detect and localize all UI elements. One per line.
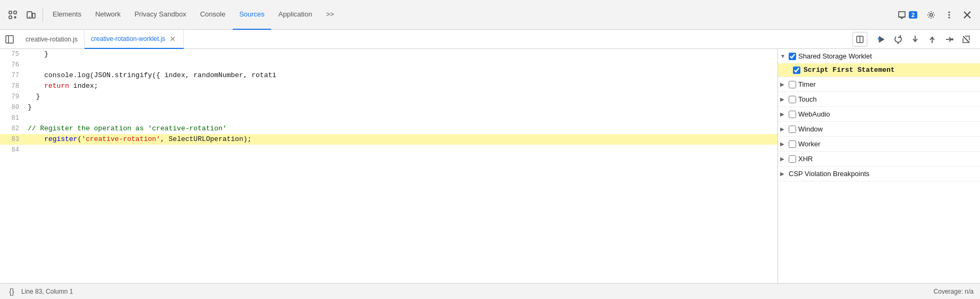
- worker-label: Worker: [798, 140, 821, 148]
- xhr-checkbox[interactable]: [789, 155, 796, 163]
- webaudio-expand-icon: ▶: [780, 111, 787, 117]
- tab-application[interactable]: Application: [272, 0, 319, 30]
- timer-checkbox[interactable]: [789, 81, 796, 88]
- csp-expand-icon: ▶: [780, 171, 787, 177]
- worker-checkbox[interactable]: [789, 140, 796, 148]
- touch-label: Touch: [798, 95, 817, 103]
- shared-storage-worklet-checkbox[interactable]: [789, 53, 796, 60]
- coverage-text: Coverage: n/a: [934, 288, 974, 295]
- timer-section: ▶ Timer: [778, 77, 980, 92]
- shared-storage-worklet-section: ▼ Shared Storage Worklet Script First St…: [778, 49, 980, 77]
- webaudio-header[interactable]: ▶ WebAudio: [778, 107, 980, 121]
- chat-badge-button[interactable]: 2: [893, 8, 922, 22]
- debug-toolbar: [869, 32, 978, 47]
- step-into-button[interactable]: [908, 32, 923, 47]
- code-line-80: 80 }: [0, 102, 778, 113]
- webaudio-label: WebAudio: [798, 110, 830, 118]
- svg-rect-2: [9, 16, 12, 19]
- script-first-statement-checkbox[interactable]: [793, 67, 800, 74]
- status-bar: {} Line 83, Column 1 Coverage: n/a: [0, 283, 980, 299]
- toolbar-separator: [43, 9, 43, 21]
- right-panel: ▼ Shared Storage Worklet Script First St…: [778, 49, 980, 283]
- svg-rect-1: [14, 11, 16, 14]
- code-line-77: 77 console.log(JSON.stringify({ index, r…: [0, 70, 778, 81]
- window-label: Window: [798, 125, 823, 133]
- shared-storage-worklet-header[interactable]: ▼ Shared Storage Worklet: [778, 49, 980, 63]
- code-line-76: 76: [0, 60, 778, 70]
- timer-label: Timer: [798, 80, 816, 88]
- xhr-header[interactable]: ▶ XHR: [778, 152, 980, 166]
- step-out-button[interactable]: [925, 32, 940, 47]
- touch-section: ▶ Touch: [778, 92, 980, 107]
- main-area: 75 } 76 77 console.log(JSON.stringify({ …: [0, 49, 980, 283]
- xhr-section: ▶ XHR: [778, 152, 980, 167]
- webaudio-checkbox[interactable]: [789, 111, 796, 118]
- xhr-label: XHR: [798, 155, 813, 163]
- tab-more[interactable]: >>: [319, 0, 340, 30]
- tab-network[interactable]: Network: [89, 0, 127, 30]
- more-options-icon[interactable]: [941, 6, 958, 23]
- svg-point-11: [949, 16, 950, 18]
- script-first-statement-item[interactable]: Script First Statement: [778, 63, 980, 77]
- svg-point-26: [951, 38, 953, 40]
- code-line-79: 79 }: [0, 92, 778, 102]
- step-over-button[interactable]: [891, 32, 906, 47]
- csp-section: ▶ CSP Violation Breakpoints: [778, 167, 980, 181]
- sidebar-toggle-icon[interactable]: [2, 32, 17, 47]
- expand-arrow-icon: ▼: [780, 53, 787, 59]
- format-icon[interactable]: {}: [6, 286, 17, 297]
- code-line-82: 82 // Register the operation as 'creativ…: [0, 123, 778, 134]
- code-line-81: 81: [0, 113, 778, 123]
- touch-header[interactable]: ▶ Touch: [778, 92, 980, 106]
- deactivate-breakpoints-button[interactable]: [959, 32, 974, 47]
- svg-rect-6: [32, 13, 35, 18]
- code-lines: 75 } 76 77 console.log(JSON.stringify({ …: [0, 49, 778, 155]
- code-line-78: 78 return index;: [0, 81, 778, 92]
- resume-button[interactable]: [874, 32, 889, 47]
- devtools-toolbar: Elements Network Privacy Sandbox Console…: [0, 0, 980, 30]
- svg-rect-0: [9, 11, 12, 14]
- line-col-text: Line 83, Column 1: [21, 288, 73, 295]
- shared-storage-worklet-label: Shared Storage Worklet: [798, 52, 872, 60]
- worker-expand-icon: ▶: [780, 141, 787, 147]
- code-line-84: 84: [0, 145, 778, 155]
- timer-header[interactable]: ▶ Timer: [778, 77, 980, 92]
- code-line-75: 75 }: [0, 49, 778, 60]
- status-left: {} Line 83, Column 1: [6, 286, 73, 297]
- worker-header[interactable]: ▶ Worker: [778, 137, 980, 151]
- svg-point-9: [949, 11, 950, 13]
- touch-expand-icon: ▶: [780, 96, 787, 102]
- tab-privacy-sandbox[interactable]: Privacy Sandbox: [128, 0, 193, 30]
- tab-elements[interactable]: Elements: [46, 0, 88, 30]
- webaudio-section: ▶ WebAudio: [778, 107, 980, 122]
- xhr-expand-icon: ▶: [780, 156, 787, 162]
- window-section: ▶ Window: [778, 122, 980, 137]
- csp-label: CSP Violation Breakpoints: [789, 170, 869, 178]
- device-toolbar-icon[interactable]: [22, 6, 39, 23]
- step-button[interactable]: [942, 32, 957, 47]
- split-pane-icon[interactable]: [852, 32, 867, 47]
- touch-checkbox[interactable]: [789, 96, 796, 103]
- settings-icon[interactable]: [923, 6, 940, 23]
- worker-section: ▶ Worker: [778, 137, 980, 152]
- close-tab-icon[interactable]: ✕: [168, 34, 177, 44]
- svg-rect-14: [6, 36, 13, 43]
- tab-console[interactable]: Console: [193, 0, 232, 30]
- svg-point-8: [930, 13, 933, 16]
- tab-sources[interactable]: Sources: [233, 0, 271, 30]
- close-devtools-icon[interactable]: [959, 6, 976, 23]
- file-tab-creative-rotation-js[interactable]: creative-rotation.js: [19, 30, 85, 49]
- svg-point-10: [949, 14, 950, 15]
- file-tab-creative-rotation-worklet-js[interactable]: creative-rotation-worklet.js ✕: [85, 30, 184, 49]
- script-first-statement-label: Script First Statement: [804, 66, 895, 74]
- svg-line-27: [963, 36, 969, 43]
- window-checkbox[interactable]: [789, 126, 796, 133]
- csp-header[interactable]: ▶ CSP Violation Breakpoints: [778, 167, 980, 181]
- code-line-83: 83 register('creative-rotation', SelectU…: [0, 134, 778, 145]
- window-header[interactable]: ▶ Window: [778, 122, 980, 136]
- code-panel: 75 } 76 77 console.log(JSON.stringify({ …: [0, 49, 778, 283]
- file-tabs-bar: creative-rotation.js creative-rotation-w…: [0, 30, 980, 49]
- badge-count: 2: [909, 11, 917, 19]
- inspect-element-icon[interactable]: [4, 6, 21, 23]
- timer-expand-icon: ▶: [780, 81, 787, 87]
